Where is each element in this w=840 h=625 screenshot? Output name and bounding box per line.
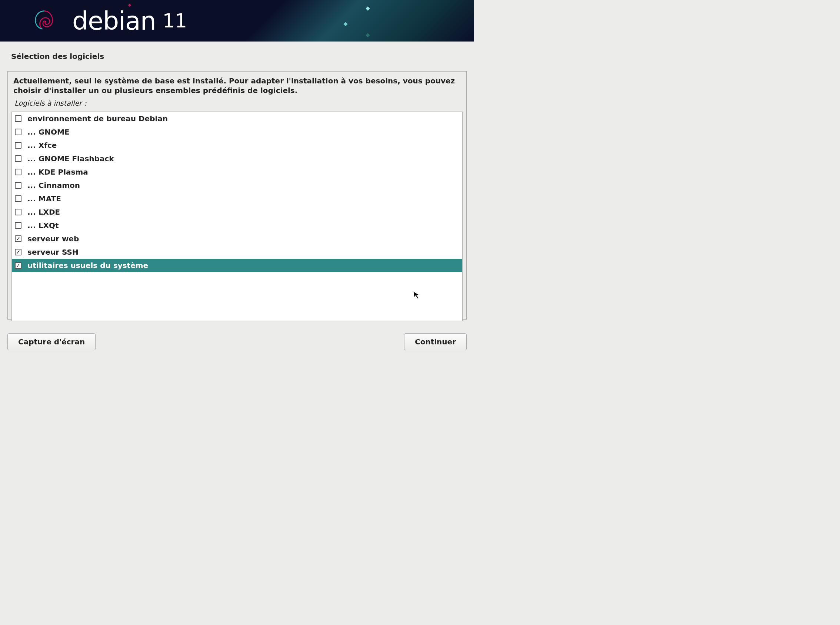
software-label: ... GNOME Flashback: [27, 154, 114, 163]
svg-rect-3: [366, 33, 370, 37]
software-list[interactable]: environnement de bureau Debian... GNOME.…: [11, 112, 463, 321]
list-subtitle: Logiciels à installer :: [8, 99, 466, 112]
decor-diamond-icon: [365, 6, 370, 11]
software-item[interactable]: ... Cinnamon: [12, 179, 462, 192]
page-title: Sélection des logiciels: [0, 42, 474, 61]
software-checkbox[interactable]: [15, 235, 22, 242]
software-label: ... GNOME: [27, 127, 69, 137]
software-checkbox[interactable]: [15, 115, 22, 122]
software-label: utilitaires usuels du système: [27, 261, 148, 270]
software-item[interactable]: ... Xfce: [12, 138, 462, 152]
svg-rect-2: [343, 22, 347, 26]
button-bar: Capture d'écran Continuer: [8, 333, 466, 350]
software-label: ... KDE Plasma: [27, 168, 88, 176]
software-label: ... Cinnamon: [27, 181, 80, 190]
software-checkbox[interactable]: [15, 169, 22, 175]
software-item[interactable]: ... GNOME Flashback: [12, 152, 462, 165]
software-checkbox[interactable]: [15, 249, 22, 255]
software-item[interactable]: ... MATE: [12, 192, 462, 205]
software-label: environnement de bureau Debian: [27, 114, 168, 123]
software-checkbox[interactable]: [15, 195, 22, 202]
software-label: serveur web: [27, 234, 79, 243]
software-checkbox[interactable]: [15, 129, 22, 135]
software-label: ... Xfce: [27, 141, 57, 150]
installer-header: debian 11: [0, 0, 474, 42]
software-checkbox[interactable]: [15, 209, 22, 215]
software-checkbox[interactable]: [15, 155, 22, 162]
continue-button[interactable]: Continuer: [404, 333, 466, 350]
debian-logo-icon: [31, 8, 57, 34]
software-label: ... LXDE: [27, 208, 60, 216]
screenshot-button[interactable]: Capture d'écran: [8, 333, 96, 350]
decor-diamond-icon: [343, 22, 348, 27]
brand-version: 11: [163, 9, 187, 32]
software-item[interactable]: environnement de bureau Debian: [12, 112, 462, 125]
software-item[interactable]: ... KDE Plasma: [12, 165, 462, 179]
brand-name: debian: [72, 6, 156, 36]
software-label: ... MATE: [27, 194, 61, 203]
software-label: ... LXQt: [27, 221, 59, 230]
svg-rect-1: [366, 6, 370, 10]
software-checkbox[interactable]: [15, 182, 22, 189]
svg-rect-0: [128, 4, 131, 7]
software-checkbox[interactable]: [15, 222, 22, 229]
decor-diamond-icon: [365, 33, 370, 38]
software-item[interactable]: ... GNOME: [12, 125, 462, 138]
description-text: Actuellement, seul le système de base es…: [8, 76, 466, 99]
software-label: serveur SSH: [27, 248, 79, 257]
software-item[interactable]: ... LXQt: [12, 219, 462, 232]
software-item[interactable]: serveur SSH: [12, 246, 462, 259]
software-checkbox[interactable]: [15, 262, 22, 269]
software-item[interactable]: serveur web: [12, 232, 462, 246]
decor-diamond-icon: [127, 3, 132, 8]
main-panel: Actuellement, seul le système de base es…: [8, 71, 466, 320]
software-checkbox[interactable]: [15, 142, 22, 149]
software-item[interactable]: utilitaires usuels du système: [12, 259, 462, 272]
software-item[interactable]: ... LXDE: [12, 205, 462, 219]
